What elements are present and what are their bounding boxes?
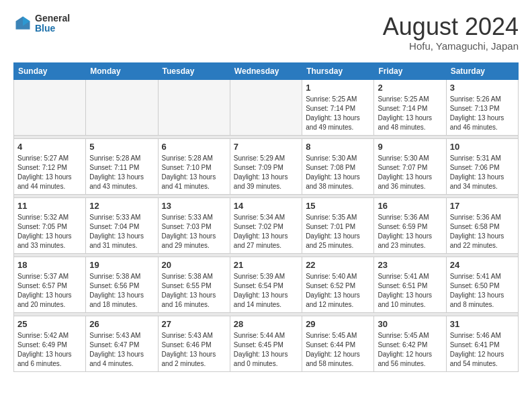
logo-text: General Blue xyxy=(35,13,70,34)
day-number: 24 xyxy=(450,260,515,270)
day-number: 21 xyxy=(234,260,298,270)
day-info: Sunrise: 5:33 AM Sunset: 7:03 PM Dayligh… xyxy=(162,213,226,250)
day-number: 26 xyxy=(89,319,154,329)
weekday-header-friday: Friday xyxy=(374,62,446,79)
weekday-header-sunday: Sunday xyxy=(14,62,86,79)
day-info: Sunrise: 5:28 AM Sunset: 7:10 PM Dayligh… xyxy=(162,154,226,191)
day-number: 12 xyxy=(89,201,154,211)
calendar-cell: 10 Sunrise: 5:31 AM Sunset: 7:06 PM Dayl… xyxy=(446,138,518,194)
weekday-header-tuesday: Tuesday xyxy=(158,62,230,79)
day-info: Sunrise: 5:33 AM Sunset: 7:04 PM Dayligh… xyxy=(89,213,154,250)
calendar-cell xyxy=(14,79,86,135)
day-number: 23 xyxy=(378,260,442,270)
page-header: General Blue August 2024 Hofu, Yamaguchi… xyxy=(13,13,519,52)
day-number: 9 xyxy=(378,142,442,152)
calendar-cell: 5 Sunrise: 5:28 AM Sunset: 7:11 PM Dayli… xyxy=(86,138,158,194)
calendar-cell xyxy=(86,79,158,135)
day-info: Sunrise: 5:35 AM Sunset: 7:01 PM Dayligh… xyxy=(306,213,370,250)
calendar-cell: 6 Sunrise: 5:28 AM Sunset: 7:10 PM Dayli… xyxy=(158,138,230,194)
day-number: 17 xyxy=(450,201,515,211)
day-info: Sunrise: 5:30 AM Sunset: 7:08 PM Dayligh… xyxy=(306,154,370,191)
day-info: Sunrise: 5:41 AM Sunset: 6:50 PM Dayligh… xyxy=(450,272,515,310)
day-info: Sunrise: 5:45 AM Sunset: 6:44 PM Dayligh… xyxy=(306,331,370,369)
location: Hofu, Yamaguchi, Japan xyxy=(383,40,519,52)
calendar-cell: 23 Sunrise: 5:41 AM Sunset: 6:51 PM Dayl… xyxy=(374,257,446,312)
logo-icon xyxy=(13,14,32,33)
calendar-cell: 26 Sunrise: 5:43 AM Sunset: 6:47 PM Dayl… xyxy=(86,316,158,371)
day-number: 13 xyxy=(162,201,226,211)
day-number: 7 xyxy=(234,142,298,152)
calendar-cell: 1 Sunrise: 5:25 AM Sunset: 7:14 PM Dayli… xyxy=(302,79,374,135)
day-number: 3 xyxy=(450,83,515,93)
title-block: August 2024 Hofu, Yamaguchi, Japan xyxy=(383,13,519,52)
calendar-table: SundayMondayTuesdayWednesdayThursdayFrid… xyxy=(13,62,519,372)
calendar-cell: 21 Sunrise: 5:39 AM Sunset: 6:54 PM Dayl… xyxy=(230,257,302,312)
day-info: Sunrise: 5:25 AM Sunset: 7:14 PM Dayligh… xyxy=(306,95,370,132)
logo-blue: Blue xyxy=(35,24,70,34)
calendar-cell: 31 Sunrise: 5:46 AM Sunset: 6:41 PM Dayl… xyxy=(446,316,518,371)
calendar-cell: 16 Sunrise: 5:36 AM Sunset: 6:59 PM Dayl… xyxy=(374,197,446,253)
calendar-cell xyxy=(230,79,302,135)
day-number: 1 xyxy=(306,83,370,93)
calendar-cell: 12 Sunrise: 5:33 AM Sunset: 7:04 PM Dayl… xyxy=(86,197,158,253)
week-row-5: 25 Sunrise: 5:42 AM Sunset: 6:49 PM Dayl… xyxy=(14,316,519,371)
day-number: 28 xyxy=(234,319,298,329)
calendar-cell: 24 Sunrise: 5:41 AM Sunset: 6:50 PM Dayl… xyxy=(446,257,518,312)
calendar-cell: 30 Sunrise: 5:45 AM Sunset: 6:42 PM Dayl… xyxy=(374,316,446,371)
weekday-header-row: SundayMondayTuesdayWednesdayThursdayFrid… xyxy=(14,62,519,79)
day-number: 10 xyxy=(450,142,515,152)
day-info: Sunrise: 5:45 AM Sunset: 6:42 PM Dayligh… xyxy=(378,331,442,369)
day-info: Sunrise: 5:38 AM Sunset: 6:55 PM Dayligh… xyxy=(162,272,226,310)
day-number: 20 xyxy=(162,260,226,270)
day-info: Sunrise: 5:26 AM Sunset: 7:13 PM Dayligh… xyxy=(450,95,515,132)
day-number: 4 xyxy=(17,142,82,152)
day-number: 30 xyxy=(378,319,442,329)
day-info: Sunrise: 5:28 AM Sunset: 7:11 PM Dayligh… xyxy=(89,154,154,191)
week-row-4: 18 Sunrise: 5:37 AM Sunset: 6:57 PM Dayl… xyxy=(14,257,519,312)
week-row-1: 1 Sunrise: 5:25 AM Sunset: 7:14 PM Dayli… xyxy=(14,79,519,135)
day-info: Sunrise: 5:46 AM Sunset: 6:41 PM Dayligh… xyxy=(450,331,515,369)
day-number: 2 xyxy=(378,83,442,93)
day-info: Sunrise: 5:43 AM Sunset: 6:47 PM Dayligh… xyxy=(89,331,154,369)
day-info: Sunrise: 5:30 AM Sunset: 7:07 PM Dayligh… xyxy=(378,154,442,191)
calendar-cell: 7 Sunrise: 5:29 AM Sunset: 7:09 PM Dayli… xyxy=(230,138,302,194)
day-number: 11 xyxy=(17,201,82,211)
calendar-cell: 2 Sunrise: 5:25 AM Sunset: 7:14 PM Dayli… xyxy=(374,79,446,135)
day-info: Sunrise: 5:44 AM Sunset: 6:45 PM Dayligh… xyxy=(234,331,298,369)
day-info: Sunrise: 5:27 AM Sunset: 7:12 PM Dayligh… xyxy=(17,154,82,191)
week-row-3: 11 Sunrise: 5:32 AM Sunset: 7:05 PM Dayl… xyxy=(14,197,519,253)
calendar-cell: 27 Sunrise: 5:43 AM Sunset: 6:46 PM Dayl… xyxy=(158,316,230,371)
day-info: Sunrise: 5:39 AM Sunset: 6:54 PM Dayligh… xyxy=(234,272,298,310)
day-number: 14 xyxy=(234,201,298,211)
weekday-header-wednesday: Wednesday xyxy=(230,62,302,79)
day-info: Sunrise: 5:43 AM Sunset: 6:46 PM Dayligh… xyxy=(162,331,226,369)
day-number: 15 xyxy=(306,201,370,211)
weekday-header-thursday: Thursday xyxy=(302,62,374,79)
day-info: Sunrise: 5:34 AM Sunset: 7:02 PM Dayligh… xyxy=(234,213,298,250)
logo-general: General xyxy=(35,13,70,24)
calendar-cell: 4 Sunrise: 5:27 AM Sunset: 7:12 PM Dayli… xyxy=(14,138,86,194)
calendar-cell: 9 Sunrise: 5:30 AM Sunset: 7:07 PM Dayli… xyxy=(374,138,446,194)
day-number: 22 xyxy=(306,260,370,270)
calendar-cell: 14 Sunrise: 5:34 AM Sunset: 7:02 PM Dayl… xyxy=(230,197,302,253)
calendar-cell: 19 Sunrise: 5:38 AM Sunset: 6:56 PM Dayl… xyxy=(86,257,158,312)
day-info: Sunrise: 5:42 AM Sunset: 6:49 PM Dayligh… xyxy=(17,331,82,369)
day-number: 27 xyxy=(162,319,226,329)
calendar-cell: 28 Sunrise: 5:44 AM Sunset: 6:45 PM Dayl… xyxy=(230,316,302,371)
day-info: Sunrise: 5:41 AM Sunset: 6:51 PM Dayligh… xyxy=(378,272,442,310)
day-number: 29 xyxy=(306,319,370,329)
calendar-cell: 13 Sunrise: 5:33 AM Sunset: 7:03 PM Dayl… xyxy=(158,197,230,253)
day-info: Sunrise: 5:29 AM Sunset: 7:09 PM Dayligh… xyxy=(234,154,298,191)
day-info: Sunrise: 5:37 AM Sunset: 6:57 PM Dayligh… xyxy=(17,272,82,310)
day-number: 5 xyxy=(89,142,154,152)
calendar-cell: 29 Sunrise: 5:45 AM Sunset: 6:44 PM Dayl… xyxy=(302,316,374,371)
day-info: Sunrise: 5:32 AM Sunset: 7:05 PM Dayligh… xyxy=(17,213,82,250)
day-number: 25 xyxy=(17,319,82,329)
day-info: Sunrise: 5:25 AM Sunset: 7:14 PM Dayligh… xyxy=(378,95,442,132)
calendar-cell: 8 Sunrise: 5:30 AM Sunset: 7:08 PM Dayli… xyxy=(302,138,374,194)
day-number: 8 xyxy=(306,142,370,152)
day-number: 19 xyxy=(89,260,154,270)
calendar-cell xyxy=(158,79,230,135)
logo: General Blue xyxy=(13,13,70,34)
calendar-cell: 18 Sunrise: 5:37 AM Sunset: 6:57 PM Dayl… xyxy=(14,257,86,312)
